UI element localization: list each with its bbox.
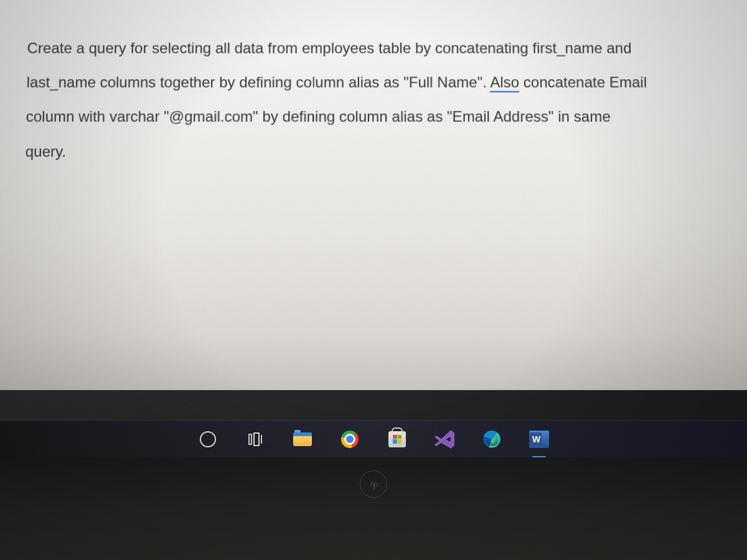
text-segment: and — [603, 40, 632, 57]
text-segment: "@gmail.com" by defining column alias as… — [159, 108, 611, 125]
text-segment: Create a query for selecting all data fr… — [27, 40, 532, 57]
chrome-icon — [341, 431, 359, 448]
text-segment: columns together by defining column alia… — [96, 74, 491, 91]
word-icon: W — [529, 431, 549, 448]
cortana-button[interactable] — [197, 428, 219, 450]
text-segment: query. — [25, 142, 66, 159]
cortana-icon — [200, 431, 216, 447]
hp-logo: hp — [360, 470, 387, 498]
windows-taskbar: W — [0, 420, 747, 457]
folder-icon — [293, 432, 312, 446]
file-explorer-button[interactable] — [291, 428, 314, 450]
spellcheck-error: varchar — [110, 108, 160, 126]
spellcheck-error: last_name — [26, 74, 96, 91]
grammar-error: Also — [490, 74, 519, 93]
spellcheck-error: first_name — [532, 40, 603, 57]
visual-studio-button[interactable] — [433, 428, 456, 450]
document-page: Create a query for selecting all data fr… — [0, 0, 747, 390]
edge-icon — [483, 431, 500, 448]
screen-container: Create a query for selecting all data fr… — [0, 0, 747, 560]
text-segment: concatenate Email — [519, 74, 647, 91]
store-icon — [388, 431, 406, 447]
task-view-button[interactable] — [244, 428, 266, 450]
question-text: Create a query for selecting all data fr… — [25, 31, 722, 169]
chrome-button[interactable] — [339, 428, 361, 450]
word-letter: W — [532, 434, 540, 444]
text-segment: column with — [26, 108, 110, 125]
microsoft-store-button[interactable] — [386, 428, 408, 450]
visual-studio-icon — [433, 428, 456, 450]
edge-button[interactable] — [481, 428, 503, 450]
word-button[interactable]: W — [528, 428, 550, 450]
task-view-icon — [248, 432, 262, 446]
